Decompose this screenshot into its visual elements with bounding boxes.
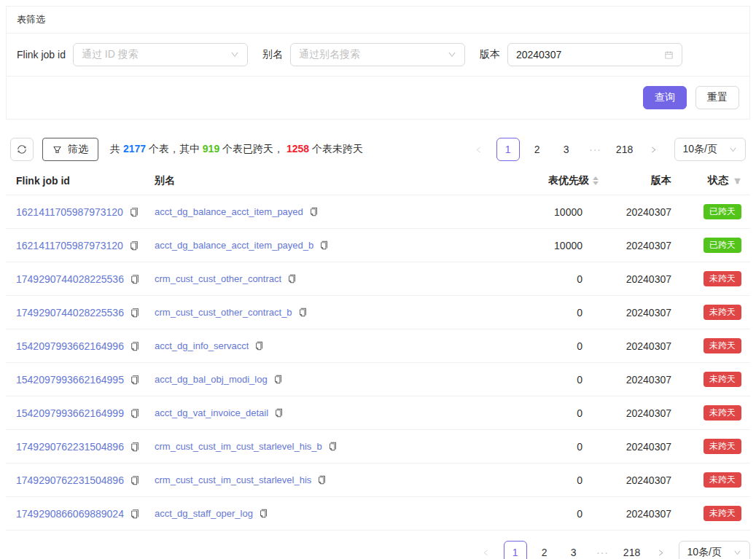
table-body: 1621411705987973120 acct_dg_balance_acct… <box>6 195 750 531</box>
priority-cell: 0 <box>495 329 604 363</box>
copy-icon[interactable] <box>328 442 338 451</box>
copy-icon[interactable] <box>130 475 140 485</box>
flink-job-id-link[interactable]: 1749290762231504896 <box>16 474 124 486</box>
version-value: 20240307 <box>516 49 664 60</box>
alias-link[interactable]: acct_dg_info_servacct <box>155 340 249 351</box>
copy-icon[interactable] <box>129 207 139 217</box>
status-badge: 未跨天 <box>704 439 741 454</box>
alias-link[interactable]: crm_cust_cust_im_cust_starlevel_his_b <box>155 441 322 452</box>
copy-icon[interactable] <box>130 375 140 385</box>
copy-icon[interactable] <box>130 341 140 351</box>
pagination-page-1[interactable]: 1 <box>496 138 520 161</box>
column-header-version: 版本 <box>604 167 683 195</box>
status-badge: 未跨天 <box>704 305 741 320</box>
alias-link[interactable]: crm_cust_cust_other_contract <box>155 273 281 284</box>
refresh-button[interactable] <box>10 138 34 161</box>
alias-link[interactable]: acct_dg_vat_invoice_detail <box>155 407 268 418</box>
flink-job-id-link[interactable]: 1749290762231504896 <box>16 441 124 453</box>
flink-job-id-link[interactable]: 1621411705987973120 <box>16 240 123 251</box>
version-cell: 20240307 <box>604 430 683 464</box>
filter-button-label: 筛选 <box>68 143 88 156</box>
calendar-icon <box>664 50 674 60</box>
pagination-page-2[interactable]: 2 <box>533 541 556 559</box>
flink-job-id-link[interactable]: 1749290744028225536 <box>16 273 124 285</box>
filter-row: Flink job id 通过 ID 搜索 别名 通过别名搜索 <box>7 34 749 77</box>
version-cell: 20240307 <box>604 464 683 497</box>
copy-icon[interactable] <box>130 308 140 318</box>
version-date-picker[interactable]: 20240307 <box>507 43 682 66</box>
copy-icon[interactable] <box>130 274 140 284</box>
copy-icon[interactable] <box>317 475 327 485</box>
copy-icon[interactable] <box>254 341 264 351</box>
table-row: 1621411705987973120 acct_dg_balance_acct… <box>6 195 750 229</box>
copy-icon[interactable] <box>319 241 329 250</box>
priority-cell: 0 <box>495 497 604 531</box>
pagination-page-1[interactable]: 1 <box>504 541 527 559</box>
footer: 123···218 10条/页 <box>6 541 750 559</box>
pagination-page-2[interactable]: 2 <box>526 138 549 161</box>
page: 表筛选 Flink job id 通过 ID 搜索 别名 通过别名搜索 <box>0 0 756 559</box>
field-alias: 别名 通过别名搜索 <box>262 43 465 66</box>
copy-icon[interactable] <box>130 442 140 452</box>
alias-placeholder: 通过别名搜索 <box>299 48 448 61</box>
pagination-prev-icon[interactable] <box>475 541 498 559</box>
priority-cell: 10000 <box>495 195 604 229</box>
filter-actions: 查询 重置 <box>7 77 749 119</box>
copy-icon[interactable] <box>298 308 308 317</box>
summary-crossed-count: 919 <box>203 143 219 155</box>
pagination-next-icon[interactable] <box>642 138 666 161</box>
table-row: 1542097993662164995 acct_dg_bal_obj_modi… <box>6 363 750 396</box>
copy-icon[interactable] <box>274 408 284 418</box>
copy-icon[interactable] <box>129 241 139 251</box>
copy-icon[interactable] <box>130 509 140 519</box>
flink-job-id-link[interactable]: 1749290744028225536 <box>16 307 124 318</box>
field-version: 版本 20240307 <box>480 43 682 66</box>
page-size-select[interactable]: 10条/页 <box>674 138 746 161</box>
summary-text: 共 2177 个表，其中 919 个表已跨天， 1258 个表未跨天 <box>110 143 363 156</box>
copy-icon[interactable] <box>309 207 319 216</box>
reset-button[interactable]: 重置 <box>695 86 739 109</box>
summary-part: 个表，其中 <box>146 143 203 155</box>
copy-icon[interactable] <box>130 408 140 418</box>
pagination-prev-icon[interactable] <box>467 138 491 161</box>
summary-part: 个表已跨天， <box>219 143 287 155</box>
copy-icon[interactable] <box>273 375 283 384</box>
alias-select[interactable]: 通过别名搜索 <box>290 43 465 66</box>
version-cell: 20240307 <box>604 497 683 531</box>
alias-link[interactable]: acct_dg_bal_obj_modi_log <box>155 374 268 385</box>
query-button[interactable]: 查询 <box>643 86 687 109</box>
pagination-page-3[interactable]: 3 <box>562 541 585 559</box>
chevron-down-icon <box>733 549 741 557</box>
version-cell: 20240307 <box>604 396 683 430</box>
flink-job-id-link[interactable]: 1621411705987973120 <box>16 206 123 218</box>
flink-job-id-link[interactable]: 1542097993662164999 <box>16 407 124 419</box>
filter-panel: 表筛选 Flink job id 通过 ID 搜索 别名 通过别名搜索 <box>6 6 750 120</box>
priority-cell: 0 <box>495 363 604 396</box>
summary-total-count: 2177 <box>123 143 146 155</box>
toolbar: 筛选 共 2177 个表，其中 919 个表已跨天， 1258 个表未跨天 12… <box>10 138 746 161</box>
copy-icon[interactable] <box>287 274 297 284</box>
flink-job-id-select[interactable]: 通过 ID 搜索 <box>73 43 248 66</box>
tables-table: Flink job id 别名 表优先级 版本 状态 <box>6 167 750 531</box>
version-cell: 20240307 <box>604 229 683 262</box>
version-cell: 20240307 <box>604 262 683 296</box>
pagination-next-icon[interactable] <box>650 541 673 559</box>
alias-link[interactable]: acct_dg_staff_oper_log <box>155 508 253 519</box>
page-size-select-bottom[interactable]: 10条/页 <box>679 541 750 559</box>
flink-job-id-link[interactable]: 1542097993662164995 <box>16 374 124 386</box>
table-row: 1749290762231504896 crm_cust_cust_im_cus… <box>6 464 750 497</box>
pagination-page-218[interactable]: 218 <box>620 541 644 559</box>
flink-job-id-link[interactable]: 1749290866069889024 <box>16 508 124 520</box>
copy-icon[interactable] <box>259 509 268 518</box>
sort-icon[interactable] <box>593 176 599 185</box>
status-filter-icon[interactable] <box>733 177 741 185</box>
alias-link[interactable]: acct_dg_balance_acct_item_payed_b <box>155 240 313 251</box>
alias-link[interactable]: crm_cust_cust_im_cust_starlevel_his <box>155 474 311 485</box>
alias-link[interactable]: acct_dg_balance_acct_item_payed <box>155 206 303 217</box>
pagination-page-218[interactable]: 218 <box>613 138 636 161</box>
filter-button[interactable]: 筛选 <box>42 138 98 161</box>
status-badge: 已跨天 <box>704 238 741 253</box>
alias-link[interactable]: crm_cust_cust_other_contract_b <box>155 307 292 318</box>
flink-job-id-link[interactable]: 1542097993662164996 <box>16 340 124 352</box>
pagination-page-3[interactable]: 3 <box>555 138 578 161</box>
